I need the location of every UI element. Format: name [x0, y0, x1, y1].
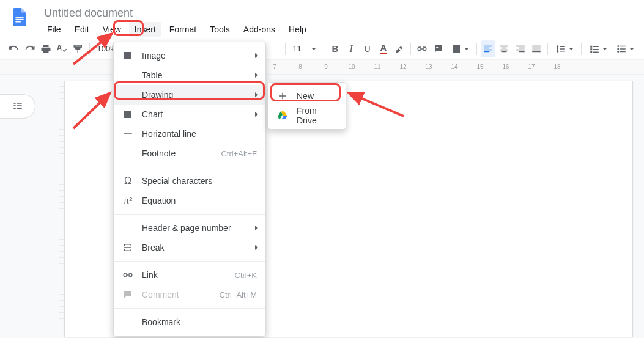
plus-icon — [276, 89, 289, 103]
ruler-tick: 13 — [423, 64, 434, 71]
document-title[interactable]: Untitled document — [42, 5, 637, 21]
bold-button[interactable]: B — [328, 40, 342, 57]
print-button[interactable] — [39, 40, 53, 57]
line-spacing-button[interactable] — [552, 40, 577, 57]
chart-icon — [121, 108, 135, 121]
chevron-right-icon — [255, 245, 258, 250]
insert-comment-item[interactable]: Comment Ctrl+Alt+M — [114, 285, 265, 304]
horizontal-ruler[interactable]: 789101112131415161718 — [0, 60, 644, 75]
ruler-tick: 17 — [526, 64, 537, 71]
highlight-button[interactable] — [392, 40, 407, 57]
insert-footnote-item[interactable]: Footnote Ctrl+Alt+F — [114, 144, 265, 163]
menu-view[interactable]: View — [97, 22, 127, 37]
insert-special-item[interactable]: Ω Special characters — [114, 171, 265, 191]
vertical-ruler[interactable] — [59, 81, 64, 338]
drawing-submenu: New From Drive — [268, 82, 346, 130]
text-color-button[interactable]: A — [376, 40, 391, 57]
table-icon — [121, 68, 135, 82]
paintformat-button[interactable] — [70, 40, 85, 57]
redo-button[interactable] — [22, 40, 37, 57]
ruler-tick: 14 — [449, 64, 460, 71]
insert-table-label: Table — [142, 70, 257, 80]
insert-comment-label: Comment — [142, 290, 220, 299]
toolbar: 100% 11 B I U A — [0, 38, 644, 60]
drawing-from-drive-item[interactable]: From Drive — [268, 106, 346, 125]
drive-icon — [276, 109, 289, 122]
insert-image-button[interactable] — [447, 40, 473, 57]
footnote-icon — [121, 147, 135, 160]
insert-header-page-label: Header & page number — [142, 223, 257, 233]
bookmark-icon — [121, 315, 135, 329]
align-justify-button[interactable] — [529, 40, 544, 57]
menu-help[interactable]: Help — [283, 22, 312, 37]
drawing-new-label: New — [297, 91, 337, 101]
insert-drawing-item[interactable]: Drawing — [114, 85, 265, 105]
insert-chart-item[interactable]: Chart — [114, 105, 265, 124]
insert-link-button[interactable] — [415, 40, 429, 57]
chevron-right-icon — [255, 112, 258, 117]
chevron-right-icon — [255, 73, 258, 78]
align-left-button[interactable] — [481, 40, 495, 57]
pi-icon: π² — [121, 194, 135, 207]
font-size-select[interactable]: 11 — [289, 40, 319, 57]
chevron-right-icon — [255, 53, 258, 58]
insert-special-label: Special characters — [142, 176, 257, 186]
drawing-icon — [121, 88, 135, 101]
ruler-tick: 18 — [552, 64, 563, 71]
menubar: File Edit View Insert Format Tools Add-o… — [42, 22, 637, 37]
svg-rect-0 — [15, 17, 23, 18]
italic-button[interactable]: I — [344, 40, 358, 57]
spellcheck-button[interactable] — [54, 40, 69, 57]
underline-button[interactable]: U — [360, 40, 374, 57]
insert-link-label: Link — [142, 270, 235, 280]
align-right-button[interactable] — [513, 40, 528, 57]
menu-edit[interactable]: Edit — [69, 22, 95, 37]
insert-drawing-label: Drawing — [142, 90, 257, 100]
ruler-tick: 10 — [346, 64, 357, 71]
footnote-shortcut: Ctrl+Alt+F — [221, 149, 257, 158]
insert-header-page-item[interactable]: Header & page number — [114, 218, 265, 238]
menu-addons[interactable]: Add-ons — [238, 22, 281, 37]
menu-file[interactable]: File — [42, 22, 67, 37]
font-size-value: 11 — [292, 44, 301, 53]
drawing-new-item[interactable]: New — [268, 86, 346, 106]
undo-button[interactable] — [6, 40, 21, 57]
svg-point-5 — [617, 51, 619, 53]
insert-table-item[interactable]: Table — [114, 65, 265, 85]
menu-tools[interactable]: Tools — [204, 22, 235, 37]
insert-hline-item[interactable]: Horizontal line — [114, 124, 265, 144]
insert-link-item[interactable]: Link Ctrl+K — [114, 265, 265, 285]
menu-insert[interactable]: Insert — [129, 22, 161, 37]
drawing-from-drive-label: From Drive — [297, 106, 337, 125]
svg-rect-2 — [15, 21, 21, 23]
insert-break-label: Break — [142, 243, 257, 252]
insert-bookmark-label: Bookmark — [142, 317, 257, 327]
ruler-tick: 12 — [398, 64, 409, 71]
comment-shortcut: Ctrl+Alt+M — [220, 290, 257, 299]
svg-point-4 — [617, 48, 619, 50]
align-center-button[interactable] — [497, 40, 511, 57]
chevron-right-icon — [255, 226, 258, 230]
docs-logo[interactable] — [7, 5, 32, 29]
checklist-button[interactable] — [585, 40, 611, 57]
insert-image-item[interactable]: Image — [114, 46, 265, 65]
insert-hline-label: Horizontal line — [142, 129, 257, 139]
insert-chart-label: Chart — [142, 109, 257, 119]
ruler-tick: 15 — [475, 64, 486, 71]
menu-format[interactable]: Format — [164, 22, 202, 37]
svg-rect-6 — [124, 133, 132, 134]
bulleted-list-button[interactable] — [612, 40, 638, 57]
insert-comment-button[interactable] — [431, 40, 446, 57]
ruler-tick: 8 — [295, 64, 306, 71]
svg-point-3 — [617, 45, 619, 47]
comment-icon — [121, 288, 135, 301]
ruler-ticks: 789101112131415161718 — [269, 64, 644, 71]
ruler-tick: 7 — [269, 64, 280, 71]
insert-break-item[interactable]: Break — [114, 238, 265, 257]
link-shortcut: Ctrl+K — [235, 271, 257, 280]
insert-bookmark-item[interactable]: Bookmark — [114, 312, 265, 332]
ruler-tick: 11 — [372, 64, 383, 71]
svg-rect-1 — [15, 19, 23, 20]
document-outline-button[interactable] — [0, 94, 35, 119]
insert-equation-item[interactable]: π² Equation — [114, 191, 265, 210]
